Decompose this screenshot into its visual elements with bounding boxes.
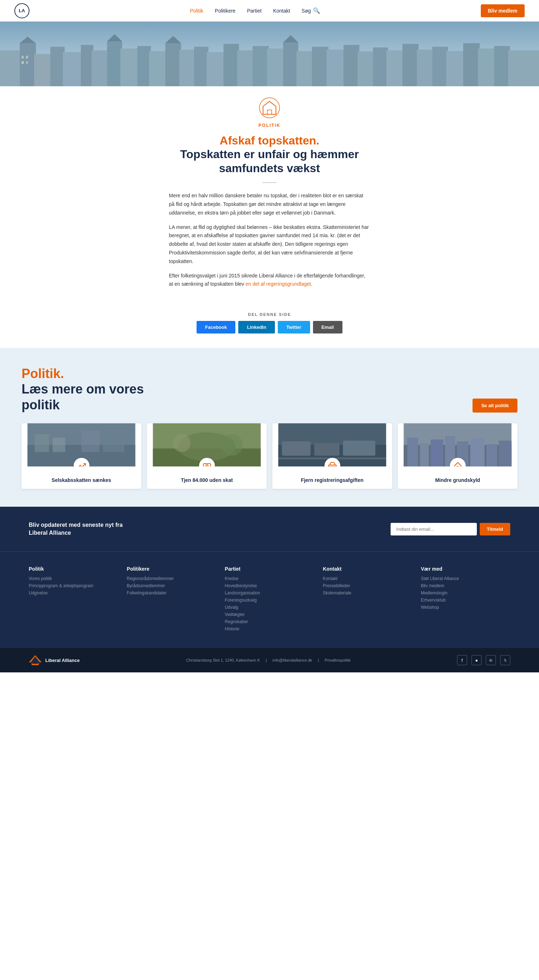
svg-rect-1 bbox=[0, 50, 22, 86]
svg-rect-4 bbox=[50, 47, 65, 86]
svg-rect-29 bbox=[417, 49, 434, 86]
article-paragraph-2: LA mener, at flid og dygtighed skal belø… bbox=[169, 223, 370, 266]
facebook-social-icon[interactable]: f bbox=[457, 655, 467, 665]
svg-rect-15 bbox=[207, 52, 225, 86]
footer-link-vores-politik[interactable]: Vores politik bbox=[29, 576, 118, 581]
card-title-3: Fjern registreringsafgiften bbox=[278, 477, 386, 483]
svg-rect-35 bbox=[508, 50, 539, 86]
footer-link-pressebilleder[interactable]: Pressebilleder bbox=[323, 583, 412, 588]
svg-rect-77 bbox=[487, 444, 497, 466]
footer-link-historie[interactable]: Historie bbox=[225, 626, 315, 632]
twitter-share-button[interactable]: Twitter bbox=[278, 321, 310, 334]
svg-rect-10 bbox=[137, 46, 151, 86]
svg-rect-28 bbox=[402, 44, 419, 86]
footer-bottom: Liberal Alliance Christiansborg Slot 1, … bbox=[0, 648, 539, 672]
svg-rect-14 bbox=[194, 47, 208, 86]
footer-link-hovedbestyrelse[interactable]: Hovedbestyrelse bbox=[225, 583, 315, 588]
footer-link-udvalg[interactable]: Udvalg bbox=[225, 605, 315, 610]
footer-link-kredse[interactable]: Kredse bbox=[225, 576, 315, 581]
share-label: DEL DENNE SIDE bbox=[162, 312, 377, 317]
nav-partiet[interactable]: Partiet bbox=[247, 8, 261, 14]
footer-link-landsorganisation[interactable]: Landsorganisation bbox=[225, 590, 315, 595]
svg-rect-23 bbox=[327, 49, 345, 86]
footer-email[interactable]: info@liberalalliance.dk bbox=[272, 658, 312, 662]
linkedin-share-button[interactable]: LinkedIn bbox=[238, 321, 275, 334]
nav-politik[interactable]: Politik bbox=[190, 8, 203, 14]
card-title-1: Selskabsskatten sænkes bbox=[27, 477, 135, 483]
svg-rect-11 bbox=[149, 51, 167, 86]
footer-privacy[interactable]: Privatlivspolitik bbox=[324, 658, 350, 662]
card-image-1 bbox=[22, 423, 141, 466]
twitter-social-icon[interactable]: 𝕏 bbox=[500, 655, 510, 665]
politics-section: Politik. Læs mere om vores politik Se al… bbox=[0, 348, 539, 507]
footer-col-title-politik: Politik bbox=[29, 566, 118, 572]
svg-rect-40 bbox=[22, 56, 24, 59]
svg-rect-72 bbox=[420, 443, 429, 466]
facebook-share-button[interactable]: Facebook bbox=[197, 321, 236, 334]
footer-logo-area: Liberal Alliance bbox=[29, 655, 80, 665]
svg-rect-33 bbox=[478, 49, 496, 86]
svg-rect-76 bbox=[471, 438, 485, 466]
card-registreringsafgift: Fjern registreringsafgiften bbox=[272, 423, 392, 489]
footer-link-regionsraad[interactable]: Regionsrådsmedlemmer bbox=[127, 576, 216, 581]
svg-rect-26 bbox=[373, 48, 388, 86]
become-member-button[interactable]: Bliv medlem bbox=[481, 4, 525, 17]
footer-col-title-partiet: Partiet bbox=[225, 566, 315, 572]
svg-rect-22 bbox=[312, 47, 328, 86]
newsletter-subscribe-button[interactable]: Tilmeld bbox=[480, 523, 510, 535]
svg-rect-16 bbox=[224, 44, 239, 86]
footer-link-bliv-medlem[interactable]: Bliv medlem bbox=[421, 583, 510, 588]
footer-col-title-politikere: Politikere bbox=[127, 566, 216, 572]
card-tjen84000: Tjen 84.000 uden skat bbox=[147, 423, 267, 489]
footer-link-folketing[interactable]: Folketingskandidater bbox=[127, 590, 216, 595]
svg-rect-24 bbox=[343, 45, 359, 86]
nav-politikere[interactable]: Politikere bbox=[215, 8, 236, 14]
footer-link-stoet[interactable]: Støt Liberal Alliance bbox=[421, 576, 510, 581]
article-body: Mere end en halv million danskere betale… bbox=[169, 191, 370, 289]
card-image-4 bbox=[398, 423, 517, 466]
footer-link-byraad[interactable]: Byrådssmedlemmer bbox=[127, 583, 216, 588]
logo[interactable]: LA bbox=[14, 3, 29, 18]
email-share-button[interactable]: Email bbox=[313, 321, 343, 334]
footer-link-erhvervsklub[interactable]: Erhvervsklub bbox=[421, 598, 510, 603]
see-all-politics-button[interactable]: Se alt politik bbox=[472, 399, 517, 412]
footer-logo-icon bbox=[29, 655, 42, 665]
article-paragraph-3: Efter folketingsvalget i juni 2015 sikre… bbox=[169, 272, 370, 289]
footer-social: f ■ in 𝕏 bbox=[457, 655, 510, 665]
footer-link-skolemateriale[interactable]: Skolemateriale bbox=[323, 590, 412, 595]
newsletter-email-input[interactable] bbox=[391, 523, 477, 535]
newsletter-section: Bliv opdateret med seneste nyt fra Liber… bbox=[0, 507, 539, 552]
footer-link-foreningsudvalg[interactable]: Foreningsudvalg bbox=[225, 598, 315, 603]
card-title-2: Tjen 84.000 uden skat bbox=[153, 477, 261, 483]
svg-rect-9 bbox=[120, 49, 139, 86]
svg-rect-73 bbox=[431, 439, 444, 466]
svg-rect-71 bbox=[407, 438, 418, 466]
card-content-2: Tjen 84.000 uden skat bbox=[147, 466, 267, 489]
svg-rect-63 bbox=[315, 443, 340, 456]
share-section: DEL DENNE SIDE Facebook LinkedIn Twitter… bbox=[162, 312, 377, 334]
svg-rect-25 bbox=[358, 51, 375, 86]
footer-link-udgivelse[interactable]: Udgivelse bbox=[29, 590, 118, 595]
footer-col-politik: Politik Vores politik Principprogram & a… bbox=[29, 566, 118, 633]
footer-link-kontakt[interactable]: Kontakt bbox=[323, 576, 412, 581]
instagram-social-icon[interactable]: ■ bbox=[471, 655, 482, 665]
search-icon: 🔍 bbox=[313, 7, 320, 14]
svg-rect-7 bbox=[92, 50, 109, 86]
footer-link-webshop[interactable]: Webshop bbox=[421, 605, 510, 610]
search-label: Søg bbox=[302, 8, 311, 14]
article-divider bbox=[262, 182, 277, 183]
footer-link-vedtaegter[interactable]: Vedtægter bbox=[225, 612, 315, 617]
footer-link-medlemslogin[interactable]: Medlemslogin bbox=[421, 590, 510, 595]
svg-rect-34 bbox=[494, 46, 510, 86]
footer-col-partiet: Partiet Kredse Hovedbestyrelse Landsorga… bbox=[225, 566, 315, 633]
share-buttons: Facebook LinkedIn Twitter Email bbox=[162, 321, 377, 334]
svg-rect-64 bbox=[343, 441, 375, 456]
search-area[interactable]: Søg 🔍 bbox=[302, 7, 320, 14]
footer-link-regnskaber[interactable]: Regnskaber bbox=[225, 619, 315, 624]
nav-kontakt[interactable]: Kontakt bbox=[273, 8, 290, 14]
linkedin-social-icon[interactable]: in bbox=[486, 655, 496, 665]
article-link[interactable]: en del af regeringsgrundlaget bbox=[245, 281, 311, 287]
footer-link-principprogram[interactable]: Principprogram & arbejdsprogram bbox=[29, 583, 118, 588]
footer-col-title-kontakt: Kontakt bbox=[323, 566, 412, 572]
svg-rect-19 bbox=[267, 49, 285, 86]
